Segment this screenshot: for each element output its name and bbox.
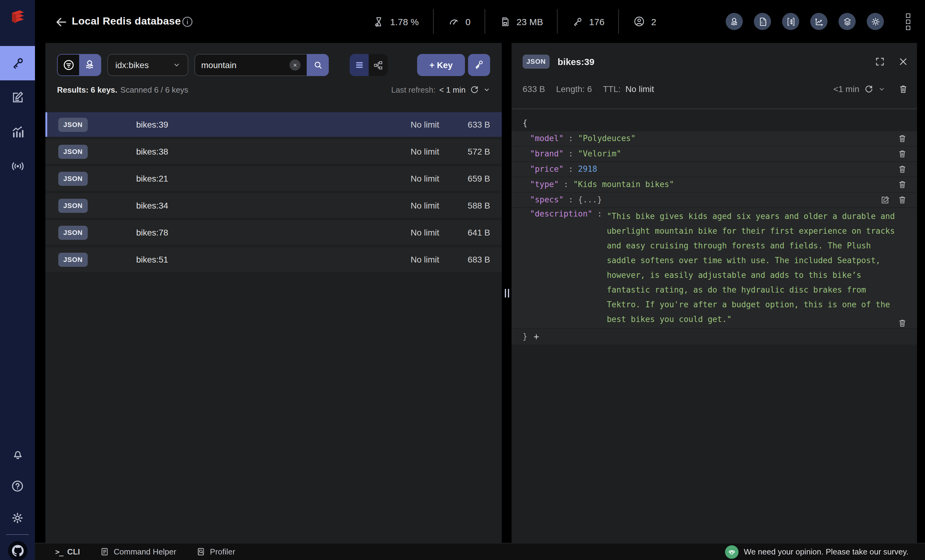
back-button[interactable]	[53, 14, 69, 30]
json-field-row-brand[interactable]: "brand" : "Velorim"	[512, 147, 917, 161]
sidebar-divider	[6, 534, 29, 535]
refresh-icon[interactable]	[469, 84, 480, 95]
stat-cpu: 1.78 %	[359, 9, 433, 34]
bloom-module-button[interactable]	[782, 13, 799, 30]
key-name: bikes:51	[136, 254, 168, 264]
sidebar-item-browser[interactable]	[0, 46, 35, 80]
notifications-button[interactable]	[0, 440, 35, 467]
settings-button[interactable]	[0, 504, 35, 531]
json-field-row-model[interactable]: "model" : "Polydeuces"	[512, 131, 917, 146]
refresh-icon[interactable]	[864, 84, 874, 94]
search-module-button[interactable]	[726, 13, 743, 30]
last-refresh: Last refresh: < 1 min	[391, 84, 490, 95]
json-field-row-price[interactable]: "price" : 2918	[512, 162, 917, 177]
key-list-row[interactable]: JSON bikes:38 No limit 572 B	[45, 139, 502, 164]
stat-commands: 0	[433, 9, 485, 34]
json-module-button[interactable]: {:}	[754, 13, 771, 30]
delete-field-button[interactable]	[897, 134, 907, 143]
timeseries-module-icon	[814, 16, 824, 27]
survey-banner[interactable]: We need your opinion. Please take our su…	[725, 545, 908, 558]
redis-logo	[0, 0, 35, 35]
profiler-label: Profiler	[210, 547, 235, 556]
chevron-down-icon[interactable]	[878, 86, 885, 92]
keys-icon	[473, 59, 485, 71]
edit-field-button[interactable]	[880, 195, 890, 205]
key-name: bikes:39	[136, 120, 168, 129]
search-waves-icon	[83, 58, 96, 72]
help-button[interactable]	[0, 472, 35, 499]
key-ttl: No limit	[411, 147, 439, 157]
profiler-button[interactable]: Profiler	[197, 547, 235, 556]
stack-module-button[interactable]	[839, 13, 856, 30]
key-type-badge: JSON	[58, 199, 88, 212]
json-field-row-type[interactable]: "type" : "Kids mountain bikes"	[512, 177, 917, 192]
search-button[interactable]	[307, 54, 329, 76]
module-icons: {:}	[726, 13, 884, 30]
delete-field-button[interactable]	[897, 149, 907, 159]
add-key-button[interactable]: + Key	[417, 54, 465, 76]
key-name: bikes:34	[136, 200, 168, 211]
bottom-bar: >_ CLI Command Helper Profiler We need y…	[35, 543, 925, 560]
key-ttl: No limit	[411, 173, 439, 184]
key-list-row[interactable]: JSON bikes:21 No limit 659 B	[45, 166, 502, 191]
app-window: Local Redis database 1.78 % 0 2	[0, 0, 925, 560]
json-field-row-specs[interactable]: "specs" : {...}	[512, 193, 917, 207]
key-size: 633 B	[468, 120, 490, 129]
search-input-value: mountain	[201, 60, 289, 70]
search-input[interactable]: mountain ×	[194, 54, 307, 76]
tree-view-button[interactable]	[369, 54, 388, 76]
info-icon[interactable]	[181, 15, 194, 28]
workbench-icon	[10, 90, 25, 105]
key-size: 659 B	[468, 173, 490, 184]
key-list-row[interactable]: JSON bikes:51 No limit 683 B	[45, 247, 502, 272]
stat-memory-value: 23 MB	[517, 16, 543, 27]
search-by-values-button[interactable]	[79, 54, 101, 75]
index-select[interactable]: idx:bikes	[107, 54, 188, 76]
fullscreen-icon[interactable]	[874, 56, 886, 67]
user-icon	[633, 15, 646, 28]
bell-icon	[11, 447, 24, 461]
panel-resize-handle[interactable]	[502, 43, 512, 543]
key-type-badge: JSON	[58, 226, 88, 239]
overflow-menu-button[interactable]	[902, 12, 914, 31]
bloom-module-icon	[785, 16, 796, 27]
key-size: 588 B	[468, 200, 490, 211]
command-helper-label: Command Helper	[114, 547, 176, 556]
survey-text: We need your opinion. Please take our su…	[744, 547, 908, 556]
delete-field-button[interactable]	[897, 318, 907, 328]
sidebar-item-workbench[interactable]	[0, 80, 35, 115]
gears-module-icon	[870, 16, 881, 27]
key-size: 633 B	[523, 84, 545, 94]
delete-field-button[interactable]	[897, 164, 907, 174]
close-icon[interactable]	[898, 56, 908, 67]
sidebar-nav	[0, 46, 35, 184]
key-type-badge: JSON	[58, 145, 88, 158]
key-list-row[interactable]: JSON bikes:39 No limit 633 B	[45, 112, 502, 137]
memory-card-icon	[499, 16, 511, 27]
github-link[interactable]	[0, 537, 35, 560]
sidebar-item-analytics[interactable]	[0, 115, 35, 149]
chevron-down-icon	[173, 61, 180, 69]
key-list-row[interactable]: JSON bikes:78 No limit 641 B	[45, 220, 502, 245]
delete-key-button[interactable]	[898, 84, 908, 94]
key-list-row[interactable]: JSON bikes:34 No limit 588 B	[45, 193, 502, 218]
chevron-down-icon[interactable]	[484, 86, 490, 93]
cli-button[interactable]: >_ CLI	[55, 547, 80, 556]
delete-field-button[interactable]	[897, 180, 907, 190]
delete-field-button[interactable]	[897, 195, 907, 205]
timeseries-module-button[interactable]	[810, 13, 827, 30]
cli-icon: >_	[55, 547, 63, 556]
gear-icon	[11, 510, 24, 525]
bulk-actions-button[interactable]	[468, 54, 490, 76]
filter-by-type-button[interactable]	[58, 54, 79, 75]
add-json-field-button[interactable]: +	[534, 332, 539, 341]
gears-module-button[interactable]	[867, 13, 884, 30]
clear-search-button[interactable]: ×	[289, 60, 301, 71]
command-helper-button[interactable]: Command Helper	[100, 547, 176, 556]
key-list: JSON bikes:39 No limit 633 B JSON bikes:…	[45, 112, 502, 274]
search-mode-toggle[interactable]	[57, 54, 101, 76]
json-field-row-description[interactable]: "description" : "This bike gives kids ag…	[512, 208, 917, 328]
key-details-header: JSON bikes:39	[523, 53, 908, 69]
list-view-button[interactable]	[350, 54, 369, 76]
sidebar-item-pubsub[interactable]	[0, 149, 35, 184]
